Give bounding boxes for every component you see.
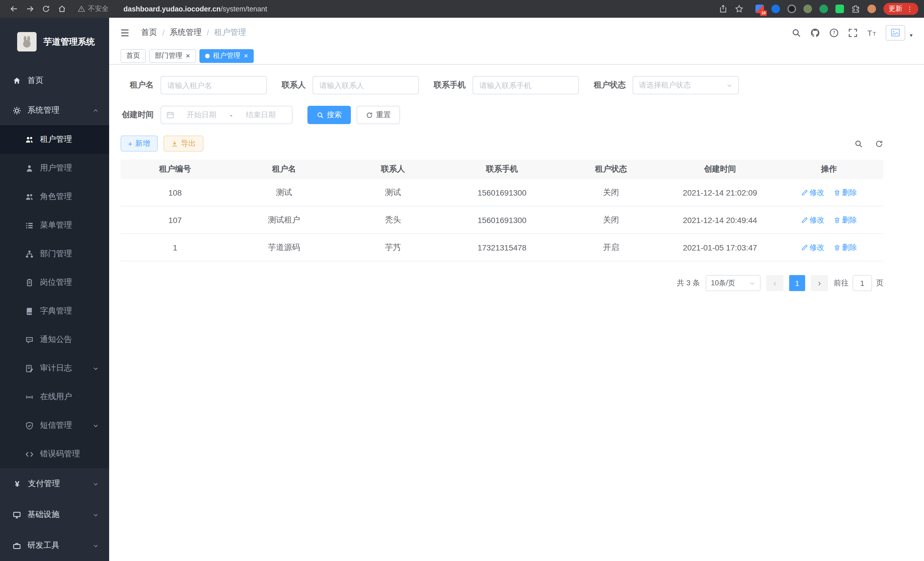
navbar-actions: ? TT ▾	[791, 25, 913, 40]
sidebar-item-error-code[interactable]: 错误码管理	[0, 440, 109, 468]
delete-link[interactable]: 删除	[833, 215, 857, 225]
back-button[interactable]	[6, 1, 22, 17]
tab-close-icon[interactable]: ×	[186, 52, 190, 59]
home-button[interactable]	[54, 1, 70, 17]
goto-page-input[interactable]	[853, 275, 872, 291]
edit-link[interactable]: 修改	[801, 215, 824, 225]
avatar[interactable]	[886, 25, 905, 40]
profile-avatar[interactable]	[867, 5, 876, 13]
security-chip[interactable]: 不安全	[78, 4, 109, 14]
font-size-button[interactable]: TT	[867, 28, 877, 38]
update-button[interactable]: 更新 ⋮	[884, 3, 918, 15]
extension-icon-4[interactable]	[803, 5, 812, 13]
sidebar-item-notice[interactable]: 通知公告	[0, 325, 109, 354]
extension-icon-5[interactable]	[819, 5, 828, 13]
sidebar-item-role[interactable]: 角色管理	[0, 182, 109, 211]
search-button[interactable]: 搜索	[308, 106, 351, 124]
sidebar-item-sms[interactable]: 短信管理	[0, 411, 109, 440]
reload-icon	[41, 5, 50, 13]
tenant-page: 租户名 联系人 联系手机 租户状态	[109, 65, 924, 561]
avatar-caret-icon[interactable]: ▾	[910, 32, 913, 40]
sidebar-toggle-button[interactable]	[118, 26, 131, 39]
tab-dept[interactable]: 部门管理 ×	[149, 49, 196, 63]
delete-label: 删除	[842, 215, 857, 225]
col-contact: 联系人	[339, 164, 447, 174]
breadcrumb-separator: /	[162, 28, 165, 37]
fullscreen-button[interactable]	[848, 28, 858, 38]
fullscreen-icon	[848, 28, 858, 38]
sidebar-item-devtools[interactable]: 研发工具	[0, 530, 109, 561]
sidebar-item-system[interactable]: 系统管理	[0, 96, 109, 125]
tab-close-icon[interactable]: ×	[244, 52, 248, 59]
col-status: 租户状态	[556, 164, 665, 174]
date-separator: -	[228, 111, 235, 119]
log-edit-icon	[25, 364, 34, 373]
sidebar-item-home[interactable]: 首页	[0, 66, 109, 96]
sidebar-item-user[interactable]: 用户管理	[0, 154, 109, 182]
chevron-down-icon	[93, 422, 99, 429]
phone-input[interactable]	[472, 76, 579, 94]
download-icon	[171, 140, 178, 147]
delete-link[interactable]: 删除	[833, 187, 857, 198]
tab-tenant[interactable]: 租户管理 ×	[199, 49, 254, 63]
extension-icon-2[interactable]	[771, 5, 780, 13]
add-button[interactable]: + 新增	[121, 135, 158, 152]
forward-button[interactable]	[22, 1, 38, 17]
browser-menu-icon[interactable]: ⋮	[906, 5, 913, 13]
contact-input[interactable]	[313, 76, 419, 94]
sidebar-item-audit-log[interactable]: 审计日志	[0, 354, 109, 383]
extensions-button[interactable]	[851, 5, 860, 13]
goto-label: 前往	[834, 278, 849, 288]
sidebar-item-menu[interactable]: 菜单管理	[0, 211, 109, 240]
github-button[interactable]	[810, 28, 820, 38]
reset-button[interactable]: 重置	[357, 106, 400, 124]
search-button[interactable]	[791, 28, 801, 38]
sidebar-item-label: 租户管理	[40, 134, 72, 145]
page-size-select[interactable]: 10条/页	[706, 275, 760, 291]
puzzle-icon	[851, 5, 860, 13]
sidebar-item-infra[interactable]: 基础设施	[0, 499, 109, 530]
system-submenu: 租户管理 用户管理 角色管理	[0, 125, 109, 468]
next-page-button[interactable]: ›	[811, 275, 828, 291]
sidebar-item-dict[interactable]: 字典管理	[0, 297, 109, 325]
create-time-range-picker[interactable]: 开始日期 - 结束日期	[160, 106, 292, 124]
sidebar-item-post[interactable]: 岗位管理	[0, 268, 109, 297]
status-select[interactable]: 请选择租户状态	[633, 76, 739, 94]
sidebar-item-online-users[interactable]: 在线用户	[0, 383, 109, 411]
bookmark-button[interactable]	[735, 5, 743, 13]
cell-status: 开启	[556, 242, 665, 253]
breadcrumb-system[interactable]: 系统管理	[170, 27, 202, 38]
tenant-name-input[interactable]	[160, 76, 267, 94]
sidebar-item-tenant[interactable]: 租户管理	[0, 125, 109, 154]
logo-image	[17, 32, 37, 51]
tab-home[interactable]: 首页	[121, 49, 146, 63]
sidebar-item-label: 字典管理	[40, 306, 72, 316]
toggle-search-button[interactable]	[854, 139, 863, 148]
extension-icon-6[interactable]	[836, 5, 844, 13]
top-navbar: 首页 / 系统管理 / 租户管理 ?	[109, 18, 924, 47]
sidebar-item-payment[interactable]: ¥ 支付管理	[0, 468, 109, 499]
prev-page-button[interactable]: ‹	[766, 275, 783, 291]
address-bar[interactable]: dashboard.yudao.iocoder.cn/system/tenant	[123, 5, 267, 13]
app-logo[interactable]: 芋道管理系统	[0, 18, 109, 66]
refresh-table-button[interactable]	[875, 139, 884, 148]
cell-phone: 17321315478	[447, 243, 556, 252]
reload-button[interactable]	[38, 1, 54, 17]
export-button[interactable]: 导出	[163, 135, 203, 152]
edit-link[interactable]: 修改	[801, 242, 824, 253]
breadcrumb-home[interactable]: 首页	[141, 27, 157, 38]
pagination-total: 共 3 条	[677, 278, 700, 288]
extension-icon-1[interactable]: 10	[755, 5, 764, 13]
help-button[interactable]: ?	[829, 28, 839, 38]
share-button[interactable]	[719, 5, 728, 13]
extension-icon-3[interactable]	[788, 5, 796, 13]
sidebar-item-dept[interactable]: 部门管理	[0, 240, 109, 268]
page-number-button[interactable]: 1	[789, 275, 805, 291]
edit-label: 修改	[809, 215, 824, 225]
question-icon: ?	[829, 28, 839, 38]
sidebar-item-label: 错误码管理	[40, 449, 80, 459]
refresh-icon	[366, 111, 373, 119]
security-label: 不安全	[88, 4, 109, 14]
delete-link[interactable]: 删除	[833, 242, 857, 253]
edit-link[interactable]: 修改	[801, 187, 824, 198]
